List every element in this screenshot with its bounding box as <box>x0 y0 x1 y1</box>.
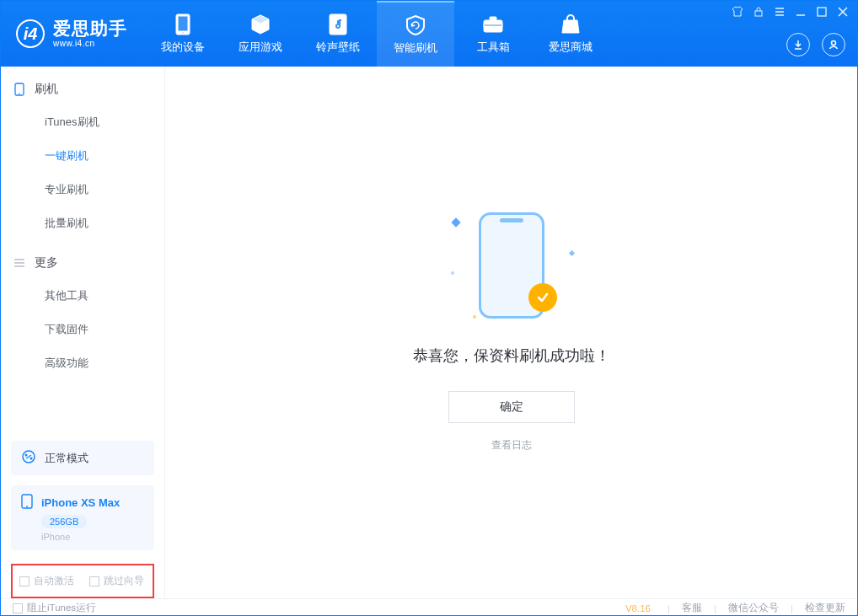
checkbox-icon <box>89 576 99 587</box>
brand-title: 爱思助手 <box>53 19 127 39</box>
sidebar: 刷机 iTunes刷机 一键刷机 专业刷机 批量刷机 更多 其他工具 下载固件 … <box>1 67 165 598</box>
options-highlighted: 自动激活 跳过向导 <box>11 564 154 598</box>
tab-smart-flash[interactable]: 智能刷机 <box>377 1 454 67</box>
brand-url: www.i4.cn <box>53 39 127 49</box>
checkbox-block-itunes[interactable]: 阻止iTunes运行 <box>13 602 96 614</box>
device-phone-icon <box>21 494 33 512</box>
tab-apps-games[interactable]: 应用游戏 <box>222 1 299 67</box>
main-content: 恭喜您，保资料刷机成功啦！ 确定 查看日志 <box>165 67 857 598</box>
brand-logo-icon: i4 <box>16 19 45 48</box>
sidebar-item-oneclick-flash[interactable]: 一键刷机 <box>1 139 164 173</box>
tshirt-icon[interactable] <box>732 6 743 18</box>
svg-point-9 <box>832 41 836 46</box>
tab-label: 应用游戏 <box>239 40 282 55</box>
svg-point-13 <box>25 454 28 457</box>
svg-rect-7 <box>755 11 762 16</box>
tab-toolbox[interactable]: 工具箱 <box>454 1 532 67</box>
header-actions <box>786 33 845 56</box>
svg-rect-5 <box>490 17 496 20</box>
checkbox-skip-guide[interactable]: 跳过向导 <box>89 574 144 588</box>
nav-tabs: 我的设备 应用游戏 铃声壁纸 智能刷机 工具箱 <box>144 1 609 67</box>
checkmark-badge-icon <box>528 283 557 312</box>
tab-label: 我的设备 <box>161 40 205 55</box>
refresh-shield-icon <box>405 14 426 36</box>
music-file-icon <box>327 13 349 35</box>
checkbox-icon <box>19 576 29 587</box>
section-title: 更多 <box>35 255 58 271</box>
lock-icon[interactable] <box>753 6 764 18</box>
app-header: i4 爱思助手 www.i4.cn 我的设备 应用游戏 铃声壁纸 <box>1 1 857 67</box>
tab-my-device[interactable]: 我的设备 <box>144 1 222 67</box>
view-log-link[interactable]: 查看日志 <box>491 438 532 453</box>
user-button[interactable] <box>822 33 845 56</box>
link-check-update[interactable]: 检查更新 <box>805 602 845 614</box>
device-icon <box>13 83 26 96</box>
device-card[interactable]: iPhone XS Max 256GB iPhone <box>11 485 154 550</box>
link-service[interactable]: 客服 <box>682 602 702 614</box>
section-title: 刷机 <box>35 82 58 97</box>
phone-icon <box>172 13 194 35</box>
success-message: 恭喜您，保资料刷机成功啦！ <box>413 345 610 366</box>
download-button[interactable] <box>786 33 810 56</box>
checkbox-auto-activate[interactable]: 自动激活 <box>19 574 74 588</box>
checkbox-icon <box>13 603 23 613</box>
svg-point-2 <box>182 32 184 34</box>
shopping-bag-icon <box>560 13 582 35</box>
svg-point-14 <box>30 458 33 460</box>
checkbox-label: 自动激活 <box>34 574 74 588</box>
brand: i4 爱思助手 www.i4.cn <box>1 1 144 67</box>
maximize-icon[interactable] <box>816 6 828 18</box>
device-type: iPhone <box>41 532 70 542</box>
tab-store[interactable]: 爱思商城 <box>532 1 609 67</box>
mode-icon <box>21 449 36 467</box>
checkbox-label: 阻止iTunes运行 <box>27 602 96 614</box>
tab-label: 铃声壁纸 <box>316 40 360 55</box>
mode-card[interactable]: 正常模式 <box>11 441 154 475</box>
device-name: iPhone XS Max <box>41 496 120 509</box>
sidebar-item-pro-flash[interactable]: 专业刷机 <box>1 173 164 206</box>
tab-label: 爱思商城 <box>549 40 593 55</box>
sidebar-item-advanced[interactable]: 高级功能 <box>1 346 164 380</box>
svg-rect-1 <box>178 16 188 31</box>
tab-label: 智能刷机 <box>394 41 437 56</box>
svg-point-16 <box>26 506 28 507</box>
close-icon[interactable] <box>837 6 849 18</box>
sidebar-item-download-firmware[interactable]: 下载固件 <box>1 313 164 346</box>
tab-ringtones-wallpapers[interactable]: 铃声壁纸 <box>299 1 377 67</box>
sidebar-item-other-tools[interactable]: 其他工具 <box>1 279 164 313</box>
sidebar-item-itunes-flash[interactable]: iTunes刷机 <box>1 105 164 139</box>
window-controls <box>732 6 849 18</box>
version-label: V8.16 <box>625 603 651 613</box>
menu-icon[interactable] <box>774 6 786 18</box>
briefcase-icon <box>482 13 504 35</box>
minimize-icon[interactable] <box>795 6 807 18</box>
tab-label: 工具箱 <box>477 40 510 55</box>
svg-rect-8 <box>818 8 826 16</box>
link-wechat[interactable]: 微信公众号 <box>728 602 779 614</box>
ok-button[interactable]: 确定 <box>448 391 575 423</box>
cube-icon <box>249 13 271 35</box>
sidebar-section-flash: 刷机 <box>1 67 164 105</box>
sidebar-section-more: 更多 <box>1 240 164 279</box>
svg-rect-6 <box>484 24 502 26</box>
sidebar-item-batch-flash[interactable]: 批量刷机 <box>1 206 164 240</box>
checkbox-label: 跳过向导 <box>104 574 144 588</box>
mode-label: 正常模式 <box>45 451 88 466</box>
success-illustration <box>461 212 562 322</box>
svg-point-11 <box>19 93 20 94</box>
status-bar: 阻止iTunes运行 V8.16 | 客服 | 微信公众号 | 检查更新 <box>1 598 857 616</box>
list-icon <box>13 256 26 270</box>
device-capacity: 256GB <box>41 515 87 528</box>
